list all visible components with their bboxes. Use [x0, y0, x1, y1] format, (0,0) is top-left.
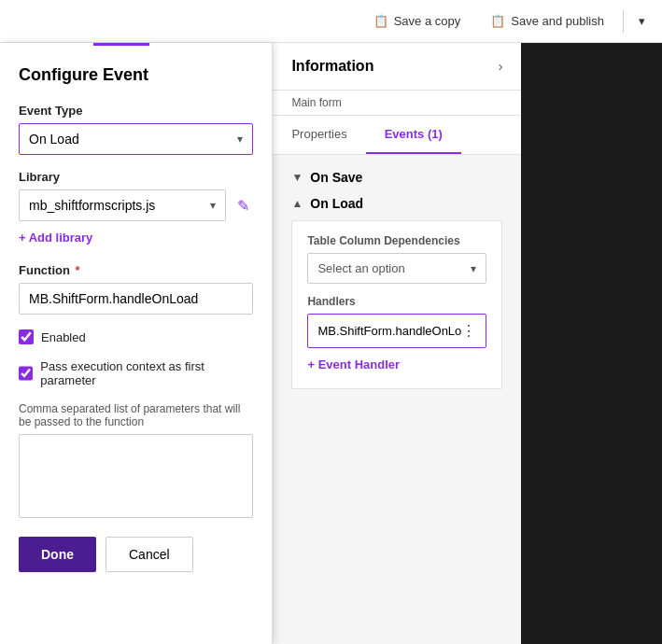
params-field: Comma separated list of parameters that …	[19, 402, 253, 518]
on-load-collapse-icon: ▲	[291, 197, 303, 210]
save-copy-label: Save a copy	[394, 14, 461, 28]
handler-text: MB.ShiftForm.handleOnLo	[317, 324, 461, 338]
info-title: Information	[291, 58, 373, 75]
table-col-deps-value: Select an option	[317, 261, 404, 275]
enabled-row: Enabled	[19, 329, 253, 344]
on-load-title: On Load	[310, 196, 363, 211]
event-type-value: On Load	[29, 132, 79, 147]
on-save-collapse-icon: ▼	[291, 171, 303, 184]
info-subtitle: Main form	[273, 91, 521, 116]
function-field: Function *	[19, 263, 253, 315]
toolbar-divider	[623, 10, 624, 33]
info-panel: Information › Main form Properties Event…	[273, 43, 521, 644]
add-handler-label: + Event Handler	[307, 357, 400, 371]
save-publish-button[interactable]: 📋 Save and publish	[479, 8, 615, 34]
table-col-deps-select[interactable]: Select an option ▾	[307, 253, 486, 284]
library-value: mb_shiftformscripts.js	[29, 198, 155, 213]
add-handler-button[interactable]: + Event Handler	[307, 354, 486, 375]
tab-properties[interactable]: Properties	[273, 116, 365, 154]
library-row: mb_shiftformscripts.js ▾ ✎	[19, 189, 253, 221]
params-textarea[interactable]	[19, 434, 253, 518]
table-col-deps-label: Table Column Dependencies	[307, 234, 486, 247]
info-header: Information ›	[273, 43, 521, 91]
save-copy-icon: 📋	[373, 14, 388, 28]
on-save-title: On Save	[310, 170, 362, 185]
save-publish-label: Save and publish	[511, 14, 604, 28]
pass-context-label: Pass execution context as first paramete…	[40, 359, 253, 387]
handler-menu-icon[interactable]: ⋮	[461, 322, 476, 340]
configure-event-panel: Configure Event Event Type On Load ▾ Lib…	[0, 43, 273, 644]
event-type-select[interactable]: On Load ▾	[19, 123, 253, 155]
library-chevron-icon: ▾	[210, 199, 216, 212]
add-library-button[interactable]: + Add library	[19, 227, 253, 248]
enabled-checkbox[interactable]	[19, 329, 34, 344]
params-label: Comma separated list of parameters that …	[19, 402, 253, 428]
handlers-field: Handlers MB.ShiftForm.handleOnLo ⋮ + Eve…	[307, 295, 486, 375]
event-type-field: Event Type On Load ▾	[19, 104, 253, 155]
cancel-button[interactable]: Cancel	[106, 537, 193, 572]
on-load-section: ▲ On Load Table Column Dependencies Sele…	[291, 196, 502, 389]
library-edit-button[interactable]: ✎	[233, 193, 253, 218]
event-type-chevron-icon: ▾	[237, 133, 243, 146]
main-area: Configure Event Event Type On Load ▾ Lib…	[0, 43, 662, 644]
tabs-row: Properties Events (1)	[273, 116, 521, 155]
on-save-section: ▼ On Save	[291, 170, 502, 185]
required-indicator: *	[76, 263, 80, 277]
event-type-label: Event Type	[19, 104, 253, 118]
pass-context-checkbox[interactable]	[19, 366, 33, 381]
add-library-label: + Add library	[19, 231, 92, 245]
handler-item[interactable]: MB.ShiftForm.handleOnLo ⋮	[307, 314, 486, 348]
configure-event-title: Configure Event	[19, 65, 253, 85]
purple-accent-line	[93, 43, 149, 46]
on-load-details: Table Column Dependencies Select an opti…	[291, 220, 502, 389]
handlers-label: Handlers	[307, 295, 486, 308]
save-copy-button[interactable]: 📋 Save a copy	[362, 8, 472, 34]
on-save-header[interactable]: ▼ On Save	[291, 170, 502, 185]
tab-events[interactable]: Events (1)	[366, 116, 461, 154]
dep-select-chevron-icon: ▾	[471, 262, 476, 275]
pass-context-row: Pass execution context as first paramete…	[19, 359, 253, 387]
action-buttons: Done Cancel	[19, 537, 253, 572]
save-publish-icon: 📋	[490, 14, 505, 28]
chevron-down-icon: ▾	[639, 14, 645, 28]
top-toolbar: 📋 Save a copy 📋 Save and publish ▾	[0, 0, 662, 43]
enabled-label: Enabled	[41, 330, 86, 344]
events-content: ▼ On Save ▲ On Load Table Column Depende…	[273, 155, 521, 404]
toolbar-chevron-button[interactable]: ▾	[631, 8, 653, 34]
library-label: Library	[19, 170, 253, 184]
dark-side-panel	[521, 43, 662, 644]
done-button[interactable]: Done	[19, 537, 96, 572]
table-col-deps-field: Table Column Dependencies Select an opti…	[307, 234, 486, 284]
function-input[interactable]	[19, 283, 253, 315]
pencil-icon: ✎	[237, 198, 249, 214]
info-close-icon[interactable]: ›	[499, 59, 503, 74]
library-select[interactable]: mb_shiftformscripts.js ▾	[19, 189, 226, 221]
library-field: Library mb_shiftformscripts.js ▾ ✎ + Add…	[19, 170, 253, 248]
function-label: Function *	[19, 263, 253, 277]
on-load-header[interactable]: ▲ On Load	[291, 196, 502, 211]
